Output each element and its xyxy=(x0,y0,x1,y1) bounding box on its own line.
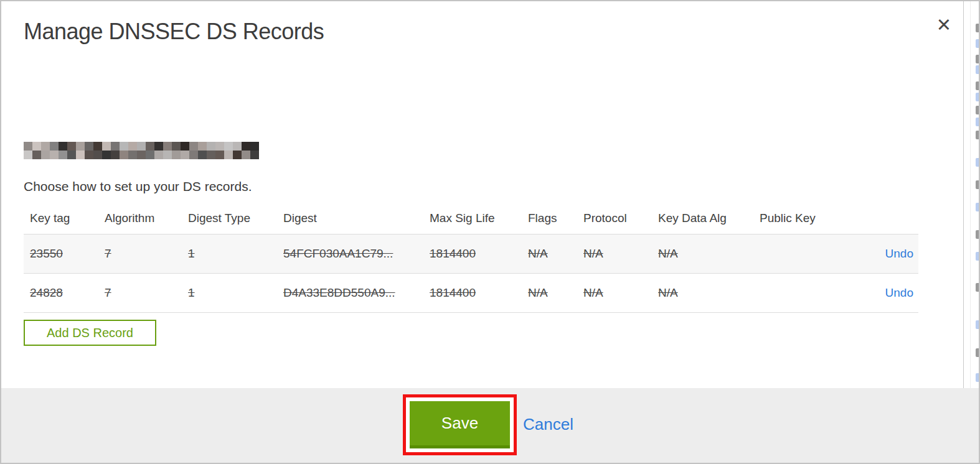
sliver-text-fragment xyxy=(976,131,980,139)
redaction-pixel xyxy=(146,142,154,151)
redaction-pixel xyxy=(250,142,259,151)
dnssec-dialog: Manage DNSSEC DS Records ✕ Choose how to… xyxy=(0,0,980,464)
redaction-pixel xyxy=(198,142,207,151)
table-cell: N/A xyxy=(652,234,753,274)
redaction-pixel xyxy=(41,151,50,159)
background-page-sliver xyxy=(963,1,980,388)
redaction-pixel xyxy=(163,151,172,159)
redaction-pixel xyxy=(198,151,207,159)
redaction-pixel xyxy=(128,151,137,159)
ds-records-table: Key tagAlgorithmDigest TypeDigestMax Sig… xyxy=(24,203,918,313)
undo-link[interactable]: Undo xyxy=(885,247,913,260)
redaction-pixel xyxy=(111,151,120,159)
redaction-pixel xyxy=(242,151,250,159)
table-cell: 1814400 xyxy=(423,274,522,313)
table-cell: D4A33E8DD550A9... xyxy=(277,274,423,313)
table-cell: 24828 xyxy=(24,274,98,313)
redaction-pixel xyxy=(233,142,242,151)
redaction-pixel xyxy=(137,142,146,151)
table-cell: 1814400 xyxy=(423,234,522,274)
redaction-pixel xyxy=(154,142,163,151)
redaction-pixel xyxy=(128,142,137,151)
column-header: Digest Type xyxy=(182,203,277,234)
table-cell xyxy=(753,274,847,313)
table-cell: 23550 xyxy=(24,234,98,274)
redaction-pixel xyxy=(67,142,76,151)
table-row: 235507154FCF030AA1C79...1814400N/AN/AN/A… xyxy=(24,234,918,274)
redaction-pixel xyxy=(111,142,120,151)
redaction-pixel xyxy=(59,151,67,159)
redaction-pixel xyxy=(76,151,85,159)
redaction-pixel xyxy=(181,151,189,159)
redaction-pixel xyxy=(24,151,32,159)
table-cell: N/A xyxy=(652,274,753,313)
close-icon[interactable]: ✕ xyxy=(931,12,956,37)
redaction-pixel xyxy=(24,142,32,151)
redaction-pixel xyxy=(215,142,224,151)
redaction-pixel xyxy=(224,142,233,151)
sliver-text-fragment xyxy=(976,180,980,189)
column-header: Flags xyxy=(522,203,577,234)
table-body: 235507154FCF030AA1C79...1814400N/AN/AN/A… xyxy=(24,234,918,313)
table-cell: 7 xyxy=(98,274,182,313)
table-cell-action: Undo xyxy=(847,274,918,313)
page-title: Manage DNSSEC DS Records xyxy=(24,19,324,45)
redaction-pixel xyxy=(189,151,198,159)
redaction-pixel xyxy=(85,151,93,159)
column-header: Protocol xyxy=(577,203,652,234)
sliver-link-fragment xyxy=(976,65,980,74)
redaction-pixel xyxy=(102,142,111,151)
redaction-pixel xyxy=(172,142,181,151)
redaction-pixel xyxy=(137,151,146,159)
redaction-pixel xyxy=(85,142,93,151)
sliver-link-fragment xyxy=(976,320,980,329)
redaction-pixel xyxy=(224,151,233,159)
table-cell: 1 xyxy=(182,274,277,313)
redaction-pixel xyxy=(50,151,59,159)
redaction-pixel xyxy=(181,142,189,151)
redaction-pixel xyxy=(120,151,128,159)
table-header-row: Key tagAlgorithmDigest TypeDigestMax Sig… xyxy=(24,203,918,234)
column-header: Max Sig Life xyxy=(423,203,522,234)
sliver-link-fragment xyxy=(976,93,980,101)
redaction-pixel xyxy=(172,151,181,159)
redaction-pixel xyxy=(67,151,76,159)
column-header xyxy=(847,203,918,234)
redaction-pixel xyxy=(59,142,67,151)
table-row: 2482871D4A33E8DD550A9...1814400N/AN/AN/A… xyxy=(24,274,918,313)
sliver-text-fragment xyxy=(976,106,980,114)
table-cell: N/A xyxy=(522,234,577,274)
sliver-text-fragment xyxy=(976,24,980,32)
redaction-pixel xyxy=(154,151,163,159)
red-highlight-annotation: Save xyxy=(403,394,517,455)
sliver-text-fragment xyxy=(976,81,980,90)
redaction-pixel xyxy=(207,142,215,151)
cancel-link[interactable]: Cancel xyxy=(523,415,573,434)
redaction-pixel xyxy=(120,142,128,151)
table-cell: 54FCF030AA1C79... xyxy=(277,234,423,274)
redaction-pixel xyxy=(207,151,215,159)
table-cell: N/A xyxy=(522,274,577,313)
table-cell: N/A xyxy=(577,234,652,274)
table-cell xyxy=(753,234,847,274)
redaction-pixel xyxy=(242,142,250,151)
table-cell-action: Undo xyxy=(847,234,918,274)
table-cell: N/A xyxy=(577,274,652,313)
redaction-pixel xyxy=(102,151,111,159)
add-ds-record-button[interactable]: Add DS Record xyxy=(24,320,156,346)
sliver-link-fragment xyxy=(976,203,980,211)
sliver-text-fragment xyxy=(976,348,980,357)
column-header: Public Key xyxy=(753,203,847,234)
sliver-text-fragment xyxy=(976,230,980,239)
redaction-pixel xyxy=(76,142,85,151)
instruction-text: Choose how to set up your DS records. xyxy=(24,179,252,194)
column-header: Key tag xyxy=(24,203,98,234)
domain-name-redacted xyxy=(24,142,259,159)
sliver-link-fragment xyxy=(976,373,980,382)
undo-link[interactable]: Undo xyxy=(885,286,913,299)
save-button[interactable]: Save xyxy=(410,401,510,448)
redaction-pixel xyxy=(215,151,224,159)
redaction-pixel xyxy=(93,142,102,151)
sliver-link-fragment xyxy=(976,252,980,261)
redaction-pixel xyxy=(41,142,50,151)
